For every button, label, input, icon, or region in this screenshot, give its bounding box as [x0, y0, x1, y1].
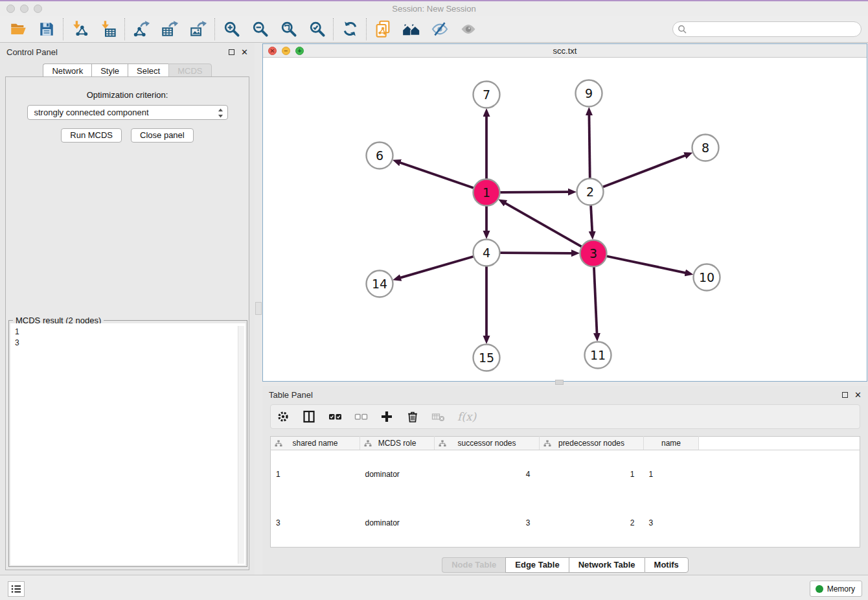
run-mcds-button[interactable]: Run MCDS	[61, 128, 122, 143]
delete-table-icon[interactable]	[431, 410, 446, 424]
import-network-icon[interactable]	[65, 16, 94, 42]
table-cell-filler	[699, 450, 860, 499]
save-session-icon[interactable]	[32, 16, 61, 42]
traffic-lights[interactable]	[6, 5, 42, 13]
open-session-icon[interactable]	[4, 16, 32, 42]
table-row[interactable]: 3dominator323	[271, 499, 860, 548]
vertical-splitter-handle[interactable]	[255, 302, 262, 315]
graph-edge-1-2[interactable]	[499, 192, 568, 192]
graph-node-label-1: 1	[483, 185, 490, 200]
apply-layout-icon[interactable]	[336, 16, 364, 42]
zoom-selected-icon[interactable]	[303, 16, 331, 42]
graph-node-label-15: 15	[479, 351, 494, 365]
table-panel-tabs: Node Table Edge Table Network Table Moti…	[262, 557, 868, 573]
function-builder-icon[interactable]: f(x)	[457, 410, 476, 424]
close-panel-button[interactable]: Close panel	[131, 128, 194, 143]
table-cell[interactable]: 1	[644, 450, 699, 499]
graph-edge-3-11[interactable]	[594, 266, 597, 333]
create-new-column-icon[interactable]	[380, 410, 394, 424]
toolbar-separator	[63, 18, 63, 40]
column-header-mcds-role[interactable]: MCDS role	[360, 437, 435, 450]
memory-status-icon	[816, 585, 823, 593]
delete-columns-icon[interactable]	[405, 410, 420, 424]
table-cell[interactable]: 3	[644, 499, 699, 548]
float-table-panel-icon[interactable]	[842, 392, 848, 398]
close-panel-icon[interactable]: ✕	[241, 48, 248, 56]
deselect-all-columns-icon[interactable]	[354, 410, 368, 424]
toolbar-separator	[366, 18, 367, 40]
optimization-criterion-label: Optimization criterion:	[6, 90, 249, 100]
table-cell[interactable]: dominator	[360, 499, 435, 548]
network-view-window: ✕ − + scc.txt 7968124314101511	[262, 43, 867, 382]
mcds-result-list[interactable]: 1 3	[10, 323, 246, 565]
graph-edge-3-10[interactable]	[606, 256, 685, 273]
graph-edge-3-1[interactable]	[505, 203, 582, 247]
table-cell[interactable]: 3	[271, 499, 360, 548]
tab-motifs[interactable]: Motifs	[645, 557, 689, 573]
show-all-icon[interactable]	[454, 16, 483, 42]
network-canvas[interactable]: 7968124314101511	[263, 58, 867, 381]
network-close-icon[interactable]: ✕	[268, 47, 277, 55]
graph-node-label-10: 10	[699, 270, 714, 284]
graph-node-label-3: 3	[589, 246, 597, 260]
network-maximize-icon[interactable]: +	[295, 47, 304, 55]
horizontal-splitter-handle[interactable]	[555, 380, 564, 385]
graph-edge-2-3[interactable]	[591, 205, 592, 231]
network-minimize-icon[interactable]: −	[282, 47, 290, 55]
table-toolbar: f(x)	[270, 404, 860, 429]
search-icon	[678, 25, 687, 34]
graph-edge-4-3[interactable]	[499, 253, 571, 253]
tab-network-table[interactable]: Network Table	[569, 557, 645, 573]
select-all-columns-icon[interactable]	[328, 410, 342, 424]
result-scrollbar[interactable]	[238, 326, 244, 564]
table-row[interactable]: 1dominator411	[271, 450, 860, 499]
table-cell[interactable]: 1	[540, 450, 644, 499]
status-bar: Memory	[0, 575, 868, 600]
column-header-name[interactable]: name	[644, 437, 699, 450]
criterion-value: strongly connected component	[34, 108, 149, 117]
export-image-icon[interactable]	[184, 16, 212, 42]
column-header-predecessor-nodes[interactable]: predecessor nodes	[540, 437, 644, 450]
float-panel-icon[interactable]	[229, 49, 234, 55]
table-cell[interactable]: 2	[540, 499, 644, 548]
column-header-shared-name[interactable]: shared name	[271, 437, 360, 450]
memory-label: Memory	[827, 584, 855, 594]
close-table-panel-icon[interactable]: ✕	[854, 391, 862, 399]
maximize-window-icon[interactable]	[34, 5, 42, 13]
graph-node-label-11: 11	[590, 348, 606, 362]
column-header-successor-nodes[interactable]: successor nodes	[435, 437, 540, 450]
graph-edge-2-9[interactable]	[589, 115, 589, 178]
tab-edge-table[interactable]: Edge Table	[505, 557, 568, 573]
graph-edge-4-14[interactable]	[400, 257, 474, 278]
column-settings-icon[interactable]	[276, 410, 290, 424]
table-cell[interactable]: dominator	[360, 450, 435, 499]
import-table-icon[interactable]	[94, 16, 122, 42]
network-window-titlebar[interactable]: ✕ − + scc.txt	[263, 44, 867, 58]
table-cell[interactable]: 3	[435, 499, 540, 548]
export-network-icon[interactable]	[127, 16, 155, 42]
mcds-result-line: 3	[15, 338, 246, 349]
table-cell[interactable]: 1	[271, 450, 360, 499]
clone-network-icon[interactable]	[369, 16, 397, 42]
graph-node-label-6: 6	[376, 148, 383, 163]
task-history-button[interactable]	[8, 581, 25, 597]
zoom-in-icon[interactable]	[217, 16, 246, 42]
first-neighbors-icon[interactable]	[397, 16, 426, 42]
zoom-fit-icon[interactable]	[274, 16, 303, 42]
search-input[interactable]	[672, 21, 862, 37]
export-table-icon[interactable]	[155, 16, 184, 42]
tab-node-table[interactable]: Node Table	[442, 557, 505, 573]
criterion-dropdown[interactable]: strongly connected component	[27, 105, 228, 120]
node-table: shared name MCDS role successor nodes pr…	[270, 436, 860, 548]
split-panel-icon[interactable]	[302, 410, 316, 424]
toolbar-separator	[214, 18, 215, 40]
close-window-icon[interactable]	[6, 5, 15, 13]
table-cell[interactable]: 4	[435, 450, 540, 499]
zoom-out-icon[interactable]	[246, 16, 274, 42]
table-panel-title: Table Panel	[269, 390, 313, 400]
graph-edge-1-6[interactable]	[400, 163, 474, 188]
minimize-window-icon[interactable]	[20, 5, 29, 13]
graph-edge-2-8[interactable]	[602, 156, 685, 187]
memory-button[interactable]: Memory	[810, 581, 862, 597]
hide-selected-icon[interactable]	[426, 16, 454, 42]
